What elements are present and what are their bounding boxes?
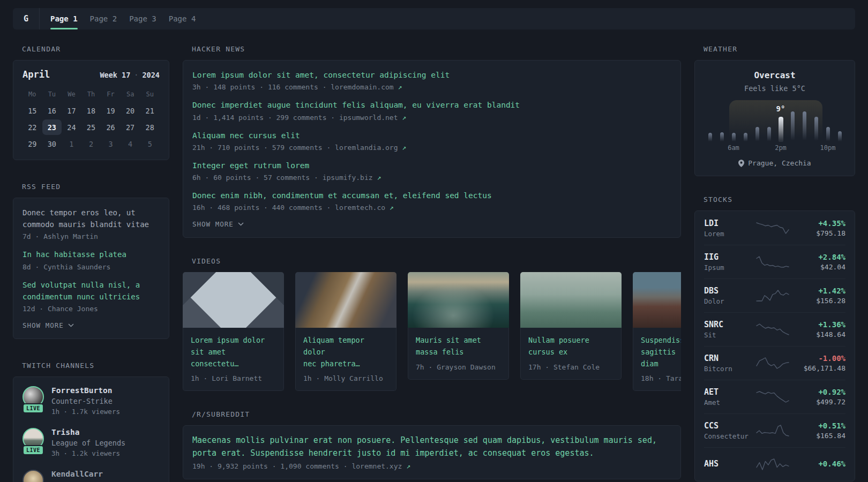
calendar-week-year: Week 17 · 2024 — [100, 71, 160, 79]
stock-row[interactable]: AHS +0.46% — [704, 447, 845, 481]
twitch-channel[interactable]: KendallCarr — [23, 470, 160, 482]
video-card[interactable]: Aliquam tempor dolor nec pharetra… 1h · … — [295, 272, 396, 391]
source-domain-link[interactable]: loremnet.xyz — [351, 462, 402, 470]
stock-row[interactable]: CRNBitcorn -1.00%$66,171.48 — [704, 346, 845, 380]
stock-row[interactable]: IIGIpsum +2.84%$42.04 — [704, 245, 845, 278]
stock-name: Dolor — [704, 297, 755, 305]
stock-change: -1.00% — [790, 354, 845, 363]
hour-axis-label: 2pm — [775, 144, 787, 152]
calendar-day[interactable]: 30 — [42, 135, 62, 152]
calendar-day[interactable]: 16 — [42, 102, 62, 119]
stock-change: +0.51% — [790, 421, 845, 430]
chevron-down-icon — [238, 222, 244, 226]
hackernews-show-more-button[interactable]: SHOW MORE — [192, 220, 671, 228]
video-card[interactable]: Nullam posuere cursus ex 17h · Stefan Co… — [520, 272, 622, 391]
channel-name: KendallCarr — [51, 470, 103, 478]
twitch-widget: LIVE ForrestBurton Counter-Strike 1h · 1… — [13, 376, 169, 482]
stock-price: $165.84 — [790, 432, 845, 440]
twitch-channel[interactable]: LIVE ForrestBurton Counter-Strike 1h · 1… — [23, 386, 160, 420]
hackernews-item-link[interactable]: Lorem ipsum dolor sit amet, consectetur … — [192, 70, 671, 80]
hackernews-section: HACKER NEWS Lorem ipsum dolor sit amet, … — [183, 45, 681, 238]
rss-item: Sed volutpat nulla nisl, a condimentum n… — [23, 280, 160, 313]
video-title-link[interactable]: Mauris sit amet massa felis — [416, 335, 501, 358]
source-domain-link[interactable]: loremlandia.org — [335, 144, 398, 152]
calendar-day-next-month[interactable]: 4 — [121, 135, 140, 152]
calendar-day[interactable]: 20 — [121, 102, 140, 119]
hackernews-item-link[interactable]: Donec imperdiet augue tincidunt felis al… — [192, 100, 671, 110]
stock-row[interactable]: LDILorem +4.35%$795.18 — [704, 211, 845, 245]
video-card[interactable]: Mauris sit amet massa felis 7h · Grayson… — [408, 272, 509, 391]
stocks-section: STOCKS LDILorem +4.35%$795.18 IIGIpsum +… — [694, 195, 855, 481]
twitch-channel[interactable]: LIVE Trisha League of Legends 3h · 1.2k … — [23, 428, 160, 462]
stock-name: Ipsum — [704, 263, 755, 272]
calendar-day[interactable]: 19 — [101, 102, 121, 119]
avatar — [23, 470, 44, 482]
rss-item-link[interactable]: Donec tempor eros leo, ut commodo mauris… — [23, 207, 160, 230]
subreddit-post-link[interactable]: Maecenas mollis pulvinar erat non posuer… — [192, 434, 671, 460]
calendar-day[interactable]: 26 — [101, 119, 121, 135]
tab-page-2[interactable]: Page 2 — [90, 8, 117, 29]
calendar-day[interactable]: 21 — [140, 102, 160, 119]
source-domain-link[interactable]: loremdomain.com — [331, 83, 393, 91]
rss-widget: Donec tempor eros leo, ut commodo mauris… — [13, 198, 169, 339]
hackernews-item: Donec imperdiet augue tincidunt felis al… — [192, 100, 671, 121]
video-title-link[interactable]: Suspendisse sagittis diam — [641, 335, 681, 370]
rss-show-more-button[interactable]: SHOW MORE — [23, 321, 160, 329]
video-card[interactable]: Suspendisse sagittis diam 18h · Tara — [633, 272, 681, 391]
hackernews-item-link[interactable]: Aliquam nec cursus elit — [192, 130, 671, 141]
source-domain-link[interactable]: loremtech.co — [335, 204, 385, 212]
calendar-day[interactable]: 22 — [23, 119, 42, 135]
video-thumbnail — [408, 272, 509, 328]
stock-symbol: CRN — [704, 353, 755, 363]
stock-price: $156.28 — [790, 297, 845, 305]
stock-row[interactable]: AETAmet +0.92%$499.72 — [704, 380, 845, 413]
calendar-day[interactable]: 24 — [62, 119, 81, 135]
tab-page-4[interactable]: Page 4 — [169, 8, 196, 29]
middle-column: HACKER NEWS Lorem ipsum dolor sit amet, … — [183, 45, 681, 482]
rss-section-title: RSS FEED — [22, 183, 169, 191]
calendar-day[interactable]: 18 — [81, 102, 101, 119]
calendar-day[interactable]: 28 — [140, 119, 160, 135]
weather-section-title: WEATHER — [704, 45, 855, 53]
video-title-link[interactable]: Nullam posuere cursus ex — [528, 335, 613, 358]
calendar-date-grid: 15 16 17 18 19 20 21 22 23 24 25 26 27 2… — [23, 102, 160, 152]
calendar-day[interactable]: 25 — [81, 119, 101, 135]
external-link-icon: ↗ — [406, 462, 410, 470]
calendar-day-next-month[interactable]: 1 — [62, 135, 81, 152]
video-card[interactable]: Lorem ipsum dolor sit amet consectetu… 1… — [183, 272, 284, 391]
page-tabs: Page 1 Page 2 Page 3 Page 4 — [40, 8, 208, 29]
weather-bar — [791, 111, 795, 142]
video-meta: 7h · Grayson Dawson — [416, 363, 501, 371]
calendar-day[interactable]: 17 — [62, 102, 81, 119]
app-logo[interactable]: G — [13, 14, 39, 24]
source-domain-link[interactable]: ipsumworld.net — [339, 114, 398, 122]
source-domain-link[interactable]: ipsumify.biz — [323, 174, 373, 182]
stock-row[interactable]: DBSDolor +1.42%$156.28 — [704, 278, 845, 312]
weather-hourly-chart: 9°6am2pm10pm — [704, 100, 845, 154]
stock-name: Bitcorn — [704, 365, 755, 373]
rss-item-link[interactable]: Sed volutpat nulla nisl, a condimentum n… — [23, 280, 160, 303]
video-title-link[interactable]: Lorem ipsum dolor sit amet consectetu… — [191, 335, 276, 370]
hackernews-item: Aliquam nec cursus elit 21h · 710 points… — [192, 130, 671, 152]
subreddit-section-title: /R/SUBREDDIT — [192, 410, 681, 418]
calendar-day-next-month[interactable]: 5 — [140, 135, 160, 152]
hackernews-item-link[interactable]: Donec enim nibh, condimentum et accumsan… — [192, 190, 671, 201]
calendar-day-selected[interactable]: 23 — [42, 119, 62, 135]
calendar-day[interactable]: 15 — [23, 102, 42, 119]
calendar-day-next-month[interactable]: 3 — [101, 135, 121, 152]
calendar-day[interactable]: 27 — [121, 119, 140, 135]
rss-item: In hac habitasse platea 8d · Cynthia Sau… — [23, 249, 160, 271]
channel-viewers: 1h · 1.7k viewers — [51, 408, 120, 416]
tab-page-1[interactable]: Page 1 — [50, 8, 78, 29]
weekday-label: Su — [140, 91, 160, 98]
video-title-link[interactable]: Aliquam tempor dolor nec pharetra… — [303, 335, 388, 370]
stock-price: $66,171.48 — [790, 364, 845, 372]
hackernews-item-link[interactable]: Integer eget rutrum lorem — [192, 160, 671, 171]
calendar-day[interactable]: 29 — [23, 135, 42, 152]
calendar-day-next-month[interactable]: 2 — [81, 135, 101, 152]
stock-name: Consectetur — [704, 432, 755, 440]
tab-page-3[interactable]: Page 3 — [129, 8, 156, 29]
stock-row[interactable]: SNRCSit +1.36%$148.64 — [704, 312, 845, 346]
rss-item-link[interactable]: In hac habitasse platea — [23, 249, 160, 261]
stock-row[interactable]: CCSConsectetur +0.51%$165.84 — [704, 413, 845, 447]
